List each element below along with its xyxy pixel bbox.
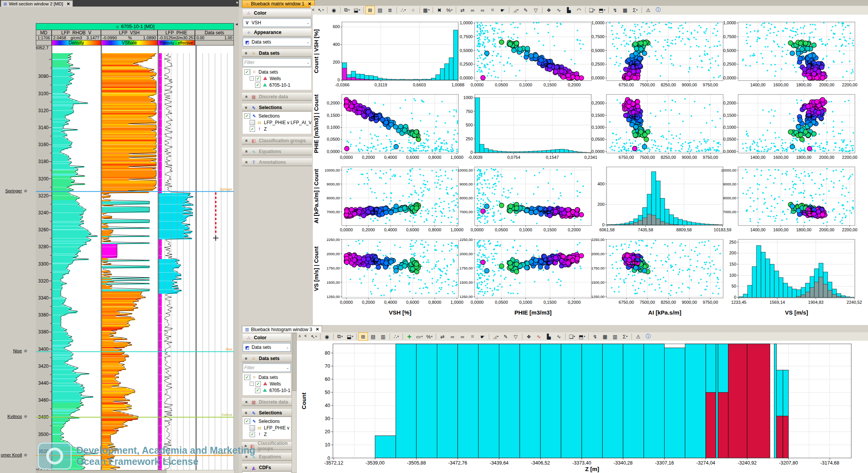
warning-icon[interactable]: ⚠ bbox=[643, 6, 653, 14]
link-all-icon[interactable]: ∞ bbox=[458, 332, 467, 341]
track-name-lfp-phie[interactable]: LFP_PHIE bbox=[158, 30, 195, 35]
checkbox-checked[interactable]: ✓ bbox=[255, 76, 261, 81]
collapse-left-icon[interactable]: ◄ bbox=[234, 22, 239, 26]
checkbox-checked[interactable]: ✓ bbox=[255, 388, 260, 393]
export-window-icon[interactable]: ⬒▾ bbox=[597, 6, 607, 14]
tree-item-wells[interactable]: -✓⟁Wells bbox=[243, 75, 311, 82]
toggle-axes-icon[interactable]: ⊞ bbox=[358, 332, 368, 341]
well-log-tracks[interactable]: 3080310031203140316031803200322032403260… bbox=[36, 45, 234, 473]
checkbox-checked[interactable]: ✓ bbox=[244, 113, 250, 119]
horizon-anchor-icon[interactable]: ⊕ bbox=[24, 189, 27, 194]
matrix-plot-area[interactable]: -0,03660,31190,66031,008802004006000,000… bbox=[313, 15, 868, 325]
tree-item-z[interactable]: ✓⁝Z bbox=[243, 126, 311, 132]
statistics-icon[interactable]: Σ▾ bbox=[620, 332, 630, 341]
matrix-section-discrete-data[interactable]: »▥Discrete data bbox=[242, 93, 312, 101]
page-setup-icon[interactable]: ▭▾ bbox=[415, 332, 424, 341]
checkbox-checked[interactable]: ✓ bbox=[244, 419, 250, 424]
horizon-anchor-icon[interactable]: ⊕ bbox=[24, 414, 27, 419]
hist-section-data-sets[interactable]: »⁙Data sets bbox=[242, 355, 292, 362]
swap-axes-icon[interactable]: ⇄ bbox=[458, 6, 467, 14]
chevron-up-icon[interactable]: » bbox=[243, 411, 249, 416]
matrix-cell-2-1[interactable]: 0,00000,20000,40000,60000,80001,00000,20… bbox=[327, 94, 463, 160]
matrix-style-icon[interactable]: ⁘ bbox=[408, 6, 418, 14]
tab-histogram-window[interactable]: ▥ Blueback histogram window 3 ✕ bbox=[242, 326, 322, 333]
chart-curve-icon[interactable]: ◠ bbox=[574, 6, 584, 14]
chart-bars-icon[interactable]: ▙ bbox=[544, 332, 554, 341]
trend-line-icon[interactable]: ◢▾ bbox=[491, 332, 500, 341]
warning-icon[interactable]: ⚠ bbox=[633, 332, 643, 341]
tree-expander[interactable]: - bbox=[250, 76, 254, 81]
visibility-eye-icon[interactable]: ◉ bbox=[329, 6, 339, 14]
brush-data-icon[interactable]: ❖ bbox=[544, 6, 554, 14]
close-icon[interactable]: ✕ bbox=[316, 327, 319, 332]
scatter-style-icon[interactable]: ∴▾ bbox=[398, 6, 408, 14]
matrix-cell-4-2[interactable]: 0,00000,05000,10000,15000,20002250,00200… bbox=[460, 237, 591, 305]
copy-window-icon[interactable]: ⧉▾ bbox=[335, 332, 345, 341]
chevron-up-icon[interactable]: » bbox=[243, 105, 249, 110]
matrix-cell-4-4[interactable]: 1233,451569,141904,832240,52050100150200… bbox=[729, 239, 862, 305]
matrix-combo-data-sets[interactable]: ◩Data sets⌄ bbox=[243, 38, 311, 46]
chevron-dn-icon[interactable]: » bbox=[243, 149, 249, 154]
save-window-icon[interactable]: ⬓▾ bbox=[345, 332, 355, 341]
matrix-cell-4-1[interactable]: 0,00000,20000,40000,60000,80001,00002250… bbox=[327, 237, 463, 305]
snap-grid-icon[interactable]: ⌗ bbox=[468, 332, 477, 341]
checkbox-checked[interactable]: ✓ bbox=[255, 381, 261, 387]
horizon-label-cromer-knoll[interactable]: omer Knoll bbox=[1, 453, 22, 457]
checkbox-checked[interactable]: ✓ bbox=[244, 375, 250, 380]
save-window-icon[interactable]: ⬓▾ bbox=[352, 6, 362, 14]
matrix-cell-3-1[interactable]: 0,00000,20000,40000,60000,80001,00001000… bbox=[324, 167, 463, 232]
link-window-icon[interactable]: ∞ bbox=[468, 6, 477, 14]
panel-collapse-left-icon[interactable]: < bbox=[304, 333, 307, 338]
color-table-icon[interactable]: ▤ bbox=[375, 6, 385, 14]
matrix-cell-3-3[interactable]: 6061,587435,588809,5810183,590200400 bbox=[598, 167, 732, 232]
select-cursor-icon[interactable]: ↖▾ bbox=[309, 332, 319, 341]
tree-item-wells[interactable]: -✓⟁Wells bbox=[243, 380, 291, 387]
info-icon[interactable]: ⓘ bbox=[643, 332, 653, 341]
chart-bars-icon[interactable]: ▙ bbox=[564, 6, 574, 14]
scatter-style-icon[interactable]: ∴▾ bbox=[391, 332, 401, 341]
tree-item-lfp-phie-v-lfp-ai-v[interactable]: ⚏LFP_PHIE v LFP_AI_V bbox=[243, 119, 311, 126]
statistics-icon[interactable]: Σ▾ bbox=[630, 6, 640, 14]
export-window-icon[interactable]: ⬒▾ bbox=[577, 332, 587, 341]
matrix-section-equations[interactable]: »∿Equations bbox=[242, 148, 312, 155]
tab-matrix-window[interactable]: ⁘ Blueback matrix window 1 ✕ bbox=[242, 0, 315, 8]
link-window-icon[interactable]: ∞ bbox=[448, 332, 457, 341]
hist-panel-scrollbar[interactable] bbox=[292, 332, 297, 473]
legend-rows-icon[interactable]: ▥ bbox=[378, 332, 388, 341]
track-name-lfp-rhob-v[interactable]: LFP_RHOB_V bbox=[52, 30, 101, 35]
link-all-icon[interactable]: ∞ bbox=[478, 6, 487, 14]
chart-line-icon[interactable]: ∿ bbox=[554, 6, 564, 14]
matrix-cell-2-4[interactable]: 1400,001600,001800,002000,002200,000,200… bbox=[723, 94, 857, 160]
visibility-eye-icon[interactable]: ◉ bbox=[322, 332, 332, 341]
checkbox-unchecked[interactable] bbox=[250, 120, 255, 125]
horizon-label-springer[interactable]: Springer bbox=[5, 189, 22, 193]
filter-funnel-icon[interactable]: ▽ bbox=[531, 6, 541, 14]
matrix-cell-1-2[interactable]: 0,00000,05000,10000,15000,20001,00000,75… bbox=[460, 20, 591, 87]
chevron-up-icon[interactable]: » bbox=[243, 356, 249, 361]
info-icon[interactable]: ⓘ bbox=[653, 6, 663, 14]
chevron-dn-icon[interactable]: » bbox=[243, 138, 249, 143]
tree-item-6705-10-1[interactable]: ✓⟁6705-10-1 bbox=[243, 82, 311, 88]
select-cursor-icon[interactable]: ↖▾ bbox=[316, 6, 326, 14]
chevron-dn-icon[interactable]: » bbox=[243, 400, 249, 405]
percent-mode-icon[interactable]: %▾ bbox=[425, 332, 434, 341]
chart-curve-icon[interactable]: ∿ bbox=[554, 332, 564, 341]
matrix-cell-3-2[interactable]: 0,00000,05000,10000,15000,200010000,0090… bbox=[457, 167, 591, 232]
hist-plot-area[interactable]: 01020304050607080-3572,12-3539,00-3505,8… bbox=[297, 341, 868, 473]
horizon-anchor-icon[interactable]: ⊕ bbox=[24, 453, 27, 458]
toggle-axes-icon[interactable]: ⊞ bbox=[365, 6, 375, 14]
tree-item-selections[interactable]: ✓⬉Selections bbox=[243, 113, 311, 119]
track-name-lfp-vsh[interactable]: LFP_VSH bbox=[101, 30, 158, 35]
swap-axes-icon[interactable]: ⇄ bbox=[438, 332, 447, 341]
new-window-icon[interactable]: ❏▾ bbox=[567, 332, 577, 341]
chart-line-icon[interactable]: ∿ bbox=[534, 332, 544, 341]
new-window-icon[interactable]: ❏▾ bbox=[587, 6, 597, 14]
checkbox-unchecked[interactable] bbox=[250, 425, 255, 431]
matrix-cell-1-1[interactable]: -0,03660,31190,66031,00880200400600 bbox=[333, 22, 465, 87]
copy-window-icon[interactable]: ⧉▾ bbox=[342, 6, 352, 14]
tree-item-lfp-phie-v-lfp-ai-v[interactable]: ⚏LFP_PHIE v LFP_AI_V bbox=[243, 424, 291, 431]
matrix-cell-3-4[interactable]: 1400,001600,001800,002000,002200,0010000… bbox=[721, 167, 857, 232]
matrix-section-annotations[interactable]: »TAnnotations bbox=[242, 158, 312, 166]
color-table-icon[interactable]: ▤ bbox=[368, 332, 378, 341]
matrix-section-data-sets[interactable]: »⁙Data sets bbox=[242, 49, 312, 57]
